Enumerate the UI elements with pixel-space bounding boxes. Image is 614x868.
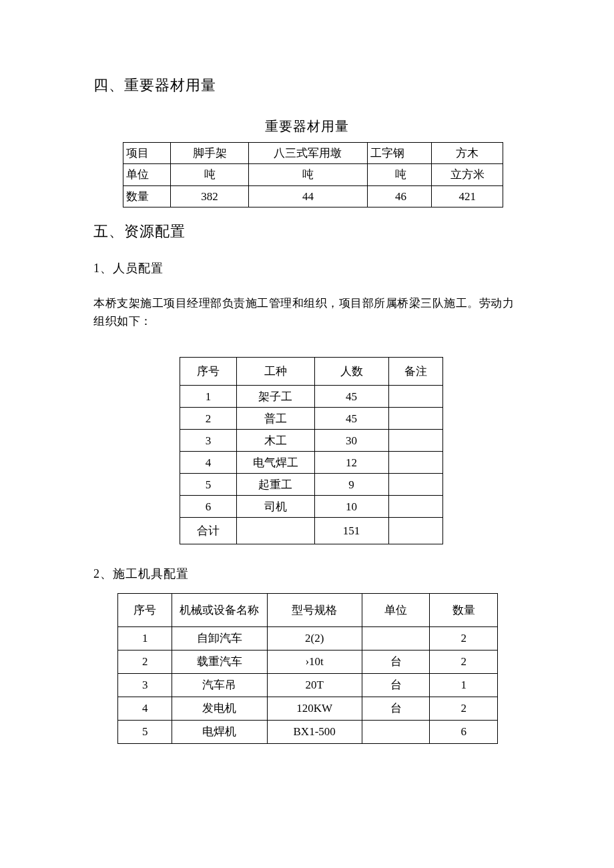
materials-item-0: 脚手架: [171, 143, 249, 164]
equipment-table: 序号 机械或设备名称 型号规格 单位 数量 1 自卸汽车 2(2) 2 2 载重…: [117, 593, 498, 744]
cell: 10: [314, 496, 388, 518]
cell: [388, 408, 442, 430]
personnel-total-c2: [237, 518, 314, 544]
personnel-h0: 序号: [180, 358, 237, 386]
table-row: 5 电焊机 BX1-500 6: [118, 720, 498, 743]
table-row: 序号 工种 人数 备注: [180, 358, 442, 386]
table-row: 2 载重汽车 ›10t 台 2: [118, 650, 498, 673]
equipment-h1: 机械或设备名称: [172, 593, 267, 626]
cell: 起重工: [237, 474, 314, 496]
cell: 20T: [267, 673, 362, 697]
table-row: 4 电气焊工 12: [180, 452, 442, 474]
cell: [362, 720, 430, 743]
cell: 自卸汽车: [172, 626, 267, 650]
section-5-sub2-title: 2、施工机具配置: [93, 564, 521, 584]
cell: 发电机: [172, 697, 267, 720]
table-row: 单位 吨 吨 吨 立方米: [123, 164, 503, 185]
cell: 木工: [237, 430, 314, 452]
materials-unit-1: 吨: [248, 164, 367, 185]
cell: 2(2): [267, 626, 362, 650]
section-5-sub1-title: 1、人员配置: [93, 259, 521, 278]
cell: [388, 452, 442, 474]
materials-unit-0: 吨: [171, 164, 249, 185]
cell: 3: [180, 430, 237, 452]
table-row-total: 合计 151: [180, 518, 442, 544]
section-5-sub1-paragraph: 本桥支架施工项目经理部负责施工管理和组织，项目部所属桥梁三队施工。劳动力组织如下…: [93, 294, 521, 330]
cell: 台: [362, 673, 430, 697]
equipment-h0: 序号: [118, 593, 172, 626]
cell: [388, 496, 442, 518]
cell: 30: [314, 430, 388, 452]
cell: 6: [430, 720, 498, 743]
materials-table: 项目 脚手架 八三式军用墩 工字钢 方木 单位 吨 吨 吨 立方米 数量 382…: [123, 142, 503, 207]
cell: 9: [314, 474, 388, 496]
personnel-h2: 人数: [314, 358, 388, 386]
cell: 45: [314, 386, 388, 408]
cell: 载重汽车: [172, 650, 267, 673]
cell: 1: [118, 626, 172, 650]
table-row: 5 起重工 9: [180, 474, 442, 496]
materials-item-1: 八三式军用墩: [248, 143, 367, 164]
personnel-table: 序号 工种 人数 备注 1 架子工 45 2 普工 45 3 木工 30 4 电…: [180, 357, 443, 544]
cell: 汽车吊: [172, 673, 267, 697]
materials-unit-2: 吨: [367, 164, 432, 185]
table-row: 项目 脚手架 八三式军用墩 工字钢 方木: [123, 143, 503, 164]
table-row: 数量 382 44 46 421: [123, 185, 503, 207]
cell: 4: [180, 452, 237, 474]
cell: 2: [430, 650, 498, 673]
materials-qty-0: 382: [171, 185, 249, 207]
cell: BX1-500: [267, 720, 362, 743]
cell: 1: [180, 386, 237, 408]
cell: [388, 386, 442, 408]
cell: [388, 474, 442, 496]
cell: 2: [430, 697, 498, 720]
table-row: 2 普工 45: [180, 408, 442, 430]
cell: 2: [430, 626, 498, 650]
table-row: 1 架子工 45: [180, 386, 442, 408]
cell: 台: [362, 697, 430, 720]
personnel-total-value: 151: [314, 518, 388, 544]
table-row: 3 汽车吊 20T 台 1: [118, 673, 498, 697]
materials-label-item: 项目: [123, 143, 171, 164]
personnel-h1: 工种: [237, 358, 314, 386]
personnel-h3: 备注: [388, 358, 442, 386]
materials-unit-3: 立方米: [432, 164, 503, 185]
personnel-total-label: 合计: [180, 518, 237, 544]
table-row: 3 木工 30: [180, 430, 442, 452]
cell: 45: [314, 408, 388, 430]
personnel-total-c4: [388, 518, 442, 544]
cell: 电气焊工: [237, 452, 314, 474]
equipment-h2: 型号规格: [267, 593, 362, 626]
section-5-heading: 五、资源配置: [93, 220, 521, 243]
materials-item-3: 方木: [432, 143, 503, 164]
materials-label-qty: 数量: [123, 185, 171, 207]
materials-qty-1: 44: [248, 185, 367, 207]
table-row: 6 司机 10: [180, 496, 442, 518]
cell: 5: [118, 720, 172, 743]
materials-table-title: 重要器材用量: [93, 115, 521, 137]
table-row: 序号 机械或设备名称 型号规格 单位 数量: [118, 593, 498, 626]
materials-label-unit: 单位: [123, 164, 171, 185]
cell: 12: [314, 452, 388, 474]
table-row: 1 自卸汽车 2(2) 2: [118, 626, 498, 650]
cell: 120KW: [267, 697, 362, 720]
cell: 2: [180, 408, 237, 430]
cell: 6: [180, 496, 237, 518]
equipment-h4: 数量: [430, 593, 498, 626]
cell: 4: [118, 697, 172, 720]
cell: ›10t: [267, 650, 362, 673]
cell: 5: [180, 474, 237, 496]
cell: 电焊机: [172, 720, 267, 743]
cell: 台: [362, 650, 430, 673]
equipment-h3: 单位: [362, 593, 430, 626]
cell: [362, 626, 430, 650]
cell: 1: [430, 673, 498, 697]
materials-qty-2: 46: [367, 185, 432, 207]
cell: 架子工: [237, 386, 314, 408]
cell: 普工: [237, 408, 314, 430]
cell: [388, 430, 442, 452]
cell: 司机: [237, 496, 314, 518]
materials-qty-3: 421: [432, 185, 503, 207]
table-row: 4 发电机 120KW 台 2: [118, 697, 498, 720]
materials-item-2: 工字钢: [367, 143, 432, 164]
